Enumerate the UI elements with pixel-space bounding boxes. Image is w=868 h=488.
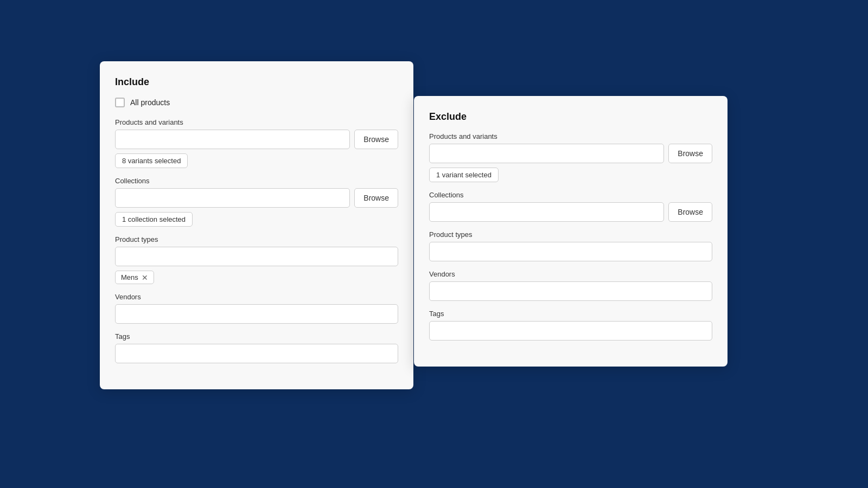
include-title: Include	[115, 76, 398, 88]
exclude-products-input-row: Browse	[429, 144, 712, 163]
include-variants-badge: 8 variants selected	[115, 153, 188, 168]
exclude-tags-section: Tags	[429, 310, 712, 341]
include-products-browse-button[interactable]: Browse	[354, 130, 398, 149]
exclude-vendors-input[interactable]	[429, 281, 712, 301]
exclude-products-input[interactable]	[429, 144, 664, 163]
exclude-tags-label: Tags	[429, 310, 712, 318]
exclude-products-section: Products and variants Browse 1 variant s…	[429, 132, 712, 182]
exclude-product-types-section: Product types	[429, 230, 712, 261]
include-collections-input[interactable]	[115, 188, 350, 208]
include-vendors-section: Vendors	[115, 293, 398, 324]
exclude-collections-section: Collections Browse	[429, 191, 712, 222]
exclude-tags-input[interactable]	[429, 321, 712, 341]
exclude-collections-label: Collections	[429, 191, 712, 199]
include-panel: Include All products Products and varian…	[100, 61, 413, 389]
exclude-collections-input-row: Browse	[429, 202, 712, 222]
include-product-types-label: Product types	[115, 235, 398, 243]
all-products-row[interactable]: All products	[115, 98, 398, 107]
include-vendors-label: Vendors	[115, 293, 398, 301]
exclude-products-label: Products and variants	[429, 132, 712, 140]
include-products-section: Products and variants Browse 8 variants …	[115, 118, 398, 168]
include-collections-section: Collections Browse 1 collection selected	[115, 177, 398, 227]
include-product-type-tag: Mens ✕	[115, 271, 154, 284]
exclude-products-browse-button[interactable]: Browse	[668, 144, 712, 163]
include-collection-badge: 1 collection selected	[115, 212, 193, 227]
include-tags-input[interactable]	[115, 344, 398, 363]
include-product-type-tag-label: Mens	[121, 273, 138, 281]
include-products-input[interactable]	[115, 130, 350, 149]
exclude-collections-browse-button[interactable]: Browse	[668, 202, 712, 222]
include-tags-section: Tags	[115, 332, 398, 363]
exclude-vendors-section: Vendors	[429, 270, 712, 301]
exclude-panel: Exclude Products and variants Browse 1 v…	[414, 96, 727, 367]
exclude-variant-badge: 1 variant selected	[429, 168, 499, 182]
include-vendors-input[interactable]	[115, 304, 398, 324]
include-collections-label: Collections	[115, 177, 398, 185]
exclude-title: Exclude	[429, 111, 712, 123]
exclude-collections-input[interactable]	[429, 202, 664, 222]
include-products-input-row: Browse	[115, 130, 398, 149]
exclude-vendors-label: Vendors	[429, 270, 712, 278]
include-products-label: Products and variants	[115, 118, 398, 126]
include-product-type-tag-close[interactable]: ✕	[142, 274, 148, 281]
all-products-label: All products	[130, 98, 170, 107]
include-collections-input-row: Browse	[115, 188, 398, 208]
include-product-types-input[interactable]	[115, 247, 398, 266]
include-collections-browse-button[interactable]: Browse	[354, 188, 398, 208]
all-products-checkbox[interactable]	[115, 98, 125, 107]
include-product-types-section: Product types Mens ✕	[115, 235, 398, 284]
exclude-product-types-input[interactable]	[429, 242, 712, 261]
exclude-product-types-label: Product types	[429, 230, 712, 239]
include-tags-label: Tags	[115, 332, 398, 341]
